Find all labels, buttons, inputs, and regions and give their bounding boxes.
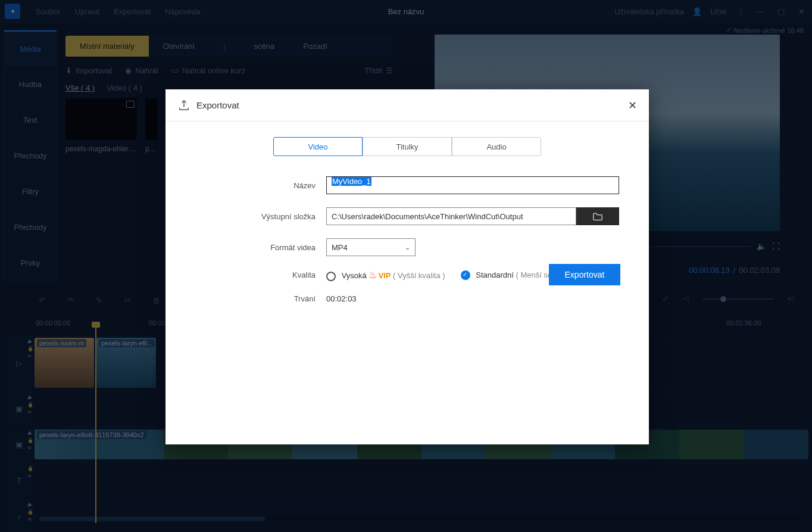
sidenav-text[interactable]: Text — [4, 102, 57, 138]
sort-button[interactable]: Třídit☰ — [364, 66, 393, 75]
check-icon: ✓ — [726, 26, 732, 34]
fullscreen-icon[interactable]: ⛶ — [772, 242, 780, 251]
music-track-icon: ♪ — [17, 512, 21, 521]
clip-label: pexels-ruvim-m — [37, 339, 86, 347]
duration-value: 00:02:03 — [326, 294, 357, 303]
label-name: Název — [189, 181, 326, 190]
record-online-button[interactable]: ▭Nahrát online kurz — [171, 66, 245, 75]
user-icon[interactable]: 👤 — [692, 7, 702, 16]
titlebar: ✦ Soubor Upravit Exportovat Nápověda Bez… — [0, 0, 812, 23]
tab-background[interactable]: Pozadí — [289, 36, 341, 57]
zoom-in-icon[interactable]: +⃝ — [787, 294, 794, 303]
text-track-icon: T — [17, 476, 21, 485]
browse-folder-button[interactable] — [576, 207, 619, 225]
chevron-down-icon: ⌄ — [405, 244, 410, 251]
app-logo: ✦ — [5, 4, 20, 19]
clip[interactable]: pexels-ruvim-m — [35, 338, 94, 388]
close-window-icon[interactable]: ✕ — [795, 7, 807, 16]
trash-icon[interactable]: 🗑 — [150, 294, 162, 306]
export-icon — [177, 99, 190, 112]
list-icon: ☰ — [386, 66, 393, 75]
media-toolbar: ⬇Importovat ◉Nahrát ▭Nahrát online kurz … — [65, 63, 393, 81]
label-duration: Trvání — [189, 294, 326, 303]
track-head-text[interactable]: T 🔒👁 — [4, 463, 35, 497]
record-icon: ◉ — [125, 66, 132, 75]
account-link[interactable]: Účet — [710, 7, 726, 16]
close-dialog-button[interactable]: ✕ — [628, 99, 637, 112]
clip[interactable]: pexels-taryn-elli... — [96, 338, 156, 388]
clip-label: pexels-taryn-elliott-3115738-3840x2 — [37, 431, 146, 439]
menu-export[interactable]: Exportovat — [107, 7, 158, 16]
video-badge-icon — [126, 101, 135, 108]
media-thumb[interactable]: pexels-magda-ehlers... — [65, 98, 137, 153]
kebab-icon[interactable]: ⋮ — [735, 7, 747, 16]
timeline-scrollbar[interactable] — [39, 517, 802, 521]
clip-label: pexels-taryn-elli... — [99, 339, 155, 347]
export-button[interactable]: Exportovat — [549, 264, 620, 285]
sidenav-elements[interactable]: Prvky — [4, 245, 57, 281]
media-tabs: Místní materiály Otevírání | scéna Pozad… — [65, 36, 393, 57]
import-icon: ⬇ — [65, 66, 72, 75]
minimize-icon[interactable]: — — [755, 7, 767, 16]
zoom-fit-icon[interactable]: ⤢ — [662, 294, 669, 303]
thumb-caption: pexels-magda-ehlers... — [65, 145, 137, 153]
media-thumb[interactable]: p... — [145, 98, 157, 153]
export-tabs: Video Titulky Audio — [189, 137, 625, 156]
pip-track-icon: ▣ — [15, 405, 23, 413]
screen-icon: ▭ — [171, 66, 179, 75]
timecode-duration: 00:02:03.09 — [739, 266, 780, 275]
track-head-audio[interactable]: ♪ 🔈🔒👁 — [4, 499, 35, 532]
record-button[interactable]: ◉Nahrát — [125, 66, 158, 75]
export-tab-video[interactable]: Video — [273, 137, 363, 156]
sidenav-transitions-2[interactable]: Přechody — [4, 209, 57, 245]
export-dialog: Exportovat ✕ Video Titulky Audio Název M… — [165, 89, 649, 444]
timeline-toolbar: ↶ ↷ ✎ ✂ 🗑 — [36, 294, 162, 306]
track-head-overlay[interactable]: ▣ 🔈🔒👁 — [4, 392, 35, 425]
pip-track-icon: ▣ — [15, 440, 23, 449]
label-format: Formát videa — [189, 243, 326, 252]
menu-help[interactable]: Nápověda — [158, 7, 207, 16]
sidenav-music[interactable]: Hudba — [4, 66, 57, 102]
tab-local[interactable]: Místní materiály — [65, 36, 149, 57]
ruler-tick: 00:01:36.00 — [726, 319, 761, 326]
sidenav-media[interactable]: Média — [4, 30, 57, 66]
thumb-caption: p... — [145, 145, 157, 153]
format-select[interactable]: MP4 ⌄ — [326, 238, 416, 256]
label-quality: Kvalita — [189, 270, 326, 279]
folder-input[interactable]: C:\Users\radek\Documents\AceThinker\Wind… — [326, 207, 576, 225]
maximize-icon[interactable]: ▢ — [775, 7, 787, 16]
undo-icon[interactable]: ↶ — [36, 294, 48, 306]
tab-scene[interactable]: scéna — [240, 36, 289, 57]
export-tab-audio[interactable]: Audio — [452, 137, 541, 156]
import-button[interactable]: ⬇Importovat — [65, 66, 112, 75]
playhead[interactable] — [95, 326, 96, 523]
redo-icon[interactable]: ↷ — [64, 294, 76, 306]
video-track-icon: ▷ — [16, 359, 22, 368]
flame-icon: ♨ — [368, 270, 377, 280]
name-input[interactable]: MyVideo_1 — [326, 176, 619, 194]
export-tab-subs[interactable]: Titulky — [363, 137, 452, 156]
saved-label: Nedávno uložené — [734, 27, 785, 34]
zoom-slider[interactable] — [702, 298, 774, 300]
track-head-video2[interactable]: ▣ 🔈🔒👁 — [4, 428, 35, 461]
edit-icon[interactable]: ✎ — [93, 294, 105, 306]
menu-file[interactable]: Soubor — [29, 7, 68, 16]
volume-icon[interactable]: 🔈 — [757, 242, 766, 251]
quality-high-option[interactable]: Vysoká ♨VIP ( Vyšší kvalita ) — [326, 269, 445, 281]
cut-icon[interactable]: ✂ — [121, 294, 133, 306]
filter-video[interactable]: Video ( 4 ) — [107, 83, 142, 92]
track-head-video[interactable]: ▷ 🔈🔒👁 — [4, 336, 35, 390]
side-nav: Média Hudba Text Přechody Filtry Přechod… — [4, 30, 57, 281]
manual-link[interactable]: Uživatelská příručka — [614, 7, 684, 16]
menu-edit[interactable]: Upravit — [68, 7, 107, 16]
zoom-out-icon[interactable]: −⃝ — [682, 294, 689, 303]
timecode-sep: / — [733, 266, 736, 275]
timeline-zoom-tools: ⤢ −⃝ +⃝ — [662, 294, 794, 303]
tab-opening[interactable]: Otevírání — [149, 36, 209, 57]
filter-all[interactable]: Vše ( 4 ) — [65, 83, 95, 92]
audio-track: ♪ 🔈🔒👁 — [4, 499, 808, 532]
sidenav-filters[interactable]: Filtry — [4, 173, 57, 209]
text-track: T 🔒👁 — [4, 463, 808, 497]
sidenav-transitions[interactable]: Přechody — [4, 138, 57, 173]
saved-time: 16:46 — [787, 27, 804, 34]
